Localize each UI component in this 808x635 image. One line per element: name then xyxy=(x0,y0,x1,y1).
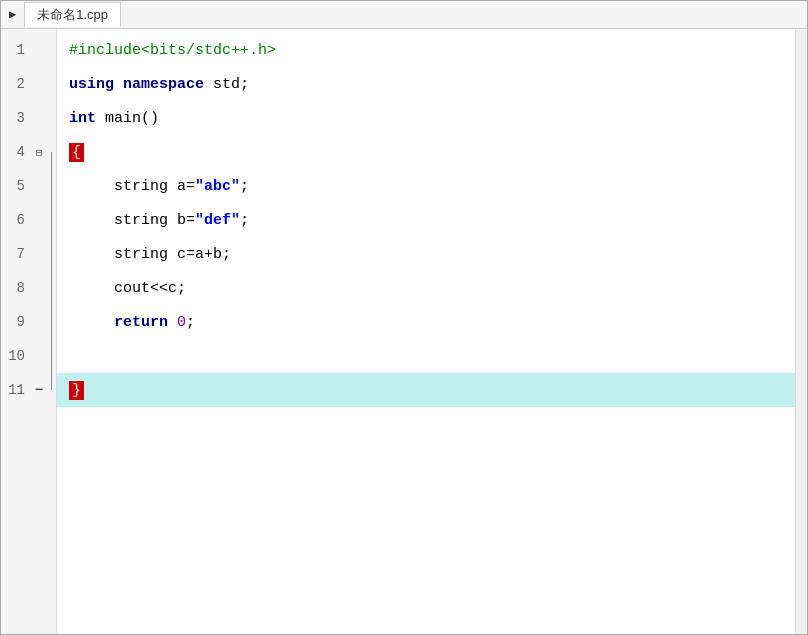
code-line-10 xyxy=(57,339,795,373)
fold-icon-4[interactable]: ⊟ xyxy=(31,146,47,159)
code-area[interactable]: #include<bits/stdc++.h> using namespace … xyxy=(57,29,795,634)
code-string-c: string c=a+b; xyxy=(69,246,231,263)
code-return: return xyxy=(69,314,168,331)
code-open-brace: { xyxy=(69,143,84,162)
code-line-8: cout<<c; xyxy=(57,271,795,305)
gutter-row-3: 3 xyxy=(1,101,56,135)
code-string-a: string a= xyxy=(69,178,195,195)
code-abc: "abc" xyxy=(195,178,240,195)
gutter-row-11: 11 − xyxy=(1,373,56,407)
code-int: int xyxy=(69,110,96,127)
editor-area: 1 2 3 4 ⊟ 5 xyxy=(1,29,807,634)
line-number-2: 2 xyxy=(1,67,31,101)
gutter-row-7: 7 xyxy=(1,237,56,271)
nav-arrow[interactable]: ▶ xyxy=(9,7,16,22)
code-using: using namespace xyxy=(69,76,204,93)
gutter-row-5: 5 xyxy=(1,169,56,203)
line-number-4: 4 xyxy=(1,135,31,169)
gutter-row-8: 8 xyxy=(1,271,56,305)
code-main: main() xyxy=(96,110,159,127)
code-cout: cout<<c; xyxy=(69,280,186,297)
code-semi-5: ; xyxy=(240,178,249,195)
line-number-8: 8 xyxy=(1,271,31,305)
code-line-11: } xyxy=(57,373,795,407)
gutter-row-6: 6 xyxy=(1,203,56,237)
file-tab[interactable]: 未命名1.cpp xyxy=(24,2,121,27)
gutter-row-1: 1 xyxy=(1,33,56,67)
code-string-b: string b= xyxy=(69,212,195,229)
code-line-6: string b="def"; xyxy=(57,203,795,237)
gutter-row-9: 9 xyxy=(1,305,56,339)
gutter-row-4: 4 ⊟ xyxy=(1,135,56,169)
line-number-10: 10 xyxy=(1,339,31,373)
code-line-1: #include<bits/stdc++.h> xyxy=(57,33,795,67)
gutter-row-10: 10 xyxy=(1,339,56,373)
code-semi-9: ; xyxy=(186,314,195,331)
line-gutter: 1 2 3 4 ⊟ 5 xyxy=(1,29,57,634)
title-bar: ▶ 未命名1.cpp xyxy=(1,1,807,29)
code-line-5: string a="abc"; xyxy=(57,169,795,203)
line-number-5: 5 xyxy=(1,169,31,203)
code-close-brace: } xyxy=(69,381,84,400)
code-semi-6: ; xyxy=(240,212,249,229)
line-number-6: 6 xyxy=(1,203,31,237)
main-window: ▶ 未命名1.cpp 1 2 3 4 ⊟ xyxy=(0,0,808,635)
code-line-9: return 0; xyxy=(57,305,795,339)
code-zero: 0 xyxy=(168,314,186,331)
line-number-9: 9 xyxy=(1,305,31,339)
fold-icon-11[interactable]: − xyxy=(31,382,47,398)
line-number-1: 1 xyxy=(1,33,31,67)
code-include: #include<bits/stdc++.h> xyxy=(69,42,276,59)
code-line-7: string c=a+b; xyxy=(57,237,795,271)
code-line-3: int main() xyxy=(57,101,795,135)
code-def: "def" xyxy=(195,212,240,229)
line-number-3: 3 xyxy=(1,101,31,135)
code-std: std; xyxy=(204,76,249,93)
code-line-2: using namespace std; xyxy=(57,67,795,101)
code-line-4: { xyxy=(57,135,795,169)
line-number-11: 11 xyxy=(1,373,31,407)
gutter-row-2: 2 xyxy=(1,67,56,101)
line-number-7: 7 xyxy=(1,237,31,271)
scrollbar[interactable] xyxy=(795,29,807,634)
